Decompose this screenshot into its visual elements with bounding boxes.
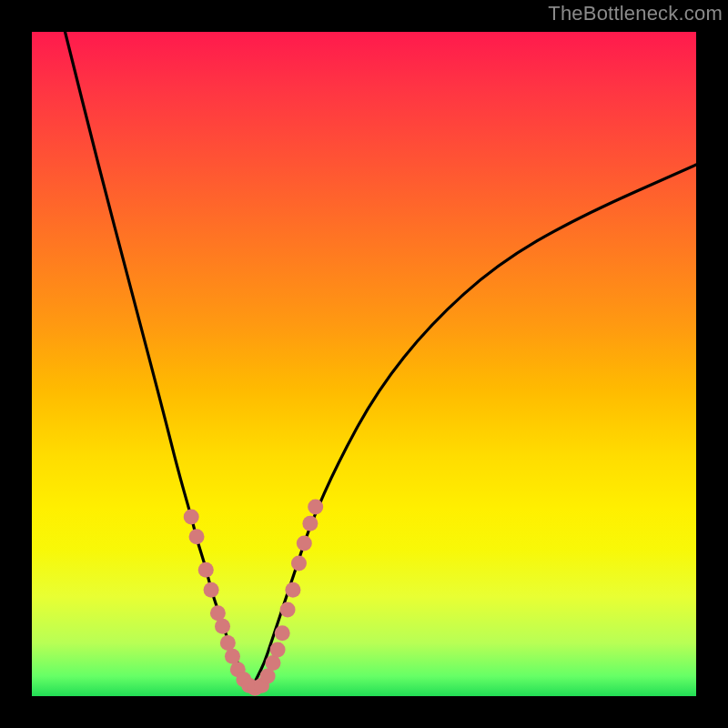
marker-dot xyxy=(265,655,280,671)
marker-dot xyxy=(285,582,300,598)
marker-dot xyxy=(291,556,307,571)
watermark-text: TheBottleneck.com xyxy=(548,2,723,25)
marker-dot xyxy=(297,536,312,551)
marker-dot xyxy=(204,582,219,598)
marker-dot xyxy=(308,499,323,514)
marker-dot xyxy=(198,562,214,578)
marker-dot xyxy=(220,635,236,651)
marker-dot xyxy=(184,509,199,524)
marker-dot xyxy=(215,619,230,634)
chart-svg xyxy=(32,32,696,696)
curve-right-branch xyxy=(251,165,696,690)
marker-dot xyxy=(280,602,296,618)
marker-dot xyxy=(275,625,290,641)
plot-area xyxy=(32,32,696,696)
marker-dot xyxy=(225,649,240,664)
marker-dot xyxy=(210,605,226,621)
marker-dot xyxy=(189,529,205,544)
marker-dot xyxy=(270,642,286,657)
scatter-dots xyxy=(184,499,324,695)
marker-dot xyxy=(260,669,276,684)
curve-left-branch xyxy=(66,32,251,690)
marker-dot xyxy=(302,516,318,531)
chart-container: TheBottleneck.com xyxy=(0,0,728,728)
curve-lines xyxy=(66,32,697,690)
